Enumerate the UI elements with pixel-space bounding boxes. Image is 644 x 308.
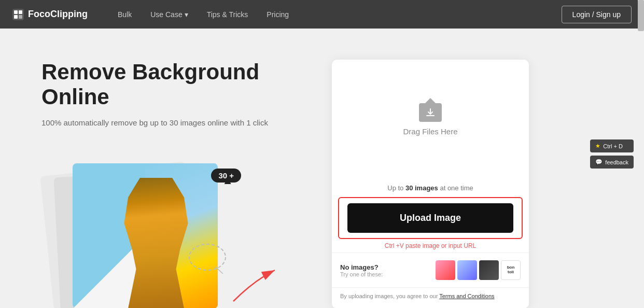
terms-link[interactable]: Terms and Conditions: [439, 293, 494, 299]
feedback-button[interactable]: 💬 feedback: [590, 156, 634, 169]
hero-image-stack: ▲ 30 +: [41, 148, 239, 308]
no-images-title: No images?: [340, 263, 383, 271]
nav-use-case[interactable]: Use Case ▾: [141, 0, 197, 29]
badge-30-plus: 30 +: [211, 169, 241, 183]
nav-tips-tricks[interactable]: Tips & Tricks: [198, 0, 258, 29]
chat-icon: 💬: [595, 159, 603, 165]
page-subtitle: 100% automatically remove bg up to 30 im…: [41, 118, 301, 127]
nav-bulk[interactable]: Bulk: [108, 0, 141, 29]
no-images-subtitle: Try one of these:: [340, 271, 383, 277]
main-content: Remove Background Online 100% automatica…: [0, 29, 644, 308]
side-buttons: ★ Ctrl + D 💬 feedback: [590, 139, 634, 169]
left-section: Remove Background Online 100% automatica…: [41, 60, 301, 308]
upload-image-button[interactable]: Upload Image: [347, 203, 513, 233]
upload-box: Drag Files Here Up to 30 images at one t…: [332, 60, 529, 308]
svg-rect-4: [19, 15, 22, 19]
svg-point-5: [189, 244, 226, 270]
drop-zone[interactable]: Drag Files Here: [332, 60, 529, 179]
download-icon: [419, 103, 442, 122]
chevron-down-icon: ▾: [185, 10, 188, 19]
scrollbar-thumb[interactable]: [638, 0, 644, 31]
nav-pricing[interactable]: Pricing: [257, 0, 298, 29]
scrollbar[interactable]: [638, 0, 644, 29]
sample-thumb-2[interactable]: [457, 260, 477, 280]
star-icon: ★: [595, 143, 600, 149]
sample-thumb-3[interactable]: [479, 260, 499, 280]
svg-rect-3: [14, 15, 18, 19]
sample-thumb-4[interactable]: bon toli: [501, 260, 521, 280]
sample-thumb-1[interactable]: [436, 260, 455, 280]
upload-btn-wrapper: Upload Image: [338, 197, 523, 239]
logo-text: FocoClipping: [28, 9, 88, 20]
nav-logo[interactable]: FocoClipping: [12, 9, 88, 20]
sample-thumbnails: bon toli: [436, 260, 521, 280]
svg-rect-8: [426, 115, 435, 116]
paste-hint-text: Ctrl +V paste image or input URL: [332, 239, 529, 249]
image-limit-text: Up to 30 images at one time: [332, 179, 529, 197]
drag-files-text: Drag Files Here: [403, 127, 457, 136]
hero-main-image: [73, 163, 218, 308]
person-silhouette: [116, 178, 196, 308]
logo-icon: [12, 9, 24, 20]
navbar: FocoClipping Bulk Use Case ▾ Tips & Tric…: [0, 0, 644, 29]
dashed-circle-arrow: [187, 242, 228, 278]
no-images-row: No images? Try one of these: bon toli: [332, 253, 529, 287]
svg-rect-1: [14, 10, 18, 14]
bookmark-button[interactable]: ★ Ctrl + D: [590, 139, 634, 152]
page-title: Remove Background Online: [41, 60, 301, 110]
nav-links: Bulk Use Case ▾ Tips & Tricks Pricing: [108, 0, 562, 29]
terms-row: By uploading images, you agree to our Te…: [332, 287, 529, 304]
red-arrow-indicator: [228, 265, 280, 306]
no-images-text: No images? Try one of these:: [340, 263, 383, 277]
login-signup-button[interactable]: Login / Sign up: [562, 6, 632, 23]
svg-rect-2: [19, 10, 22, 14]
